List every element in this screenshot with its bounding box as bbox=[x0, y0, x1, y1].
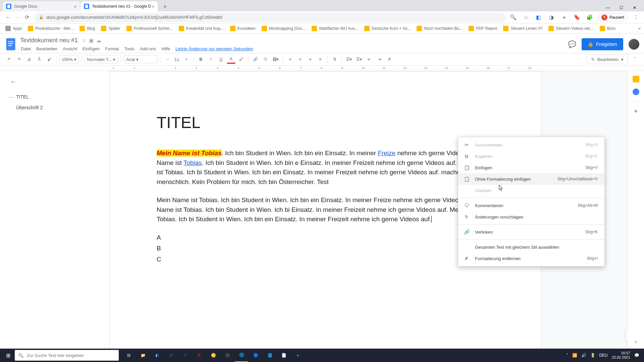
forward-button[interactable]: → bbox=[13, 13, 22, 22]
italic-button[interactable]: I bbox=[207, 55, 215, 64]
chrome-icon[interactable]: 🌐 bbox=[235, 349, 248, 362]
link[interactable]: Tobias bbox=[183, 159, 202, 166]
bookmark[interactable]: PDF Report bbox=[467, 25, 499, 32]
bookmark[interactable]: Noch hochladen Bu... bbox=[415, 25, 465, 32]
outline-item[interactable]: TITEL bbox=[10, 92, 99, 102]
back-button[interactable]: ← bbox=[3, 13, 13, 22]
cm-copy[interactable]: ⧉KopierenStrg+C bbox=[458, 150, 604, 162]
cm-delete[interactable]: Löschen bbox=[458, 185, 604, 196]
browser-tab-active[interactable]: Textdokument neu #1 - Google D × bbox=[80, 1, 158, 11]
browser-tab[interactable]: Google Docs × bbox=[3, 1, 80, 11]
cm-clear-format[interactable]: ✗Formatierung entfernenStrg+\ bbox=[458, 253, 604, 264]
new-tab-button[interactable]: + bbox=[160, 2, 170, 11]
list-line[interactable]: A bbox=[157, 233, 494, 243]
menu-tools[interactable]: Tools bbox=[122, 45, 136, 52]
tasks-icon[interactable] bbox=[633, 88, 639, 95]
share-button[interactable]: 🔒 Freigeben bbox=[582, 38, 623, 50]
zoom-select[interactable]: 150% ▾ bbox=[59, 55, 79, 63]
line-spacing[interactable]: ⇅ bbox=[330, 55, 339, 64]
numbered-list[interactable]: ☰▾ bbox=[345, 55, 354, 64]
align-justify[interactable]: ≡ bbox=[316, 55, 325, 64]
bullet-list[interactable]: ☰▾ bbox=[355, 55, 364, 64]
cm-suggest[interactable]: ✎Änderungen vorschlagen bbox=[458, 211, 604, 223]
menu-einfugen[interactable]: Einfügen bbox=[80, 45, 102, 52]
menu-button[interactable]: ⋮ bbox=[631, 13, 641, 22]
extension-icon[interactable]: ◑ bbox=[547, 13, 556, 22]
app-icon[interactable]: 📘 bbox=[263, 349, 276, 362]
bookmark[interactable]: Kursideen bbox=[228, 25, 258, 32]
start-button[interactable]: ⊞ bbox=[1, 349, 15, 362]
extensions-button[interactable]: 🧩 bbox=[585, 13, 594, 22]
list-line[interactable]: C bbox=[157, 255, 494, 264]
excel-icon[interactable]: X bbox=[178, 349, 192, 362]
network-icon[interactable]: 📶 bbox=[572, 353, 577, 358]
image-button[interactable]: 🖼▾ bbox=[271, 55, 280, 64]
close-icon[interactable]: × bbox=[152, 4, 154, 9]
explorer-icon[interactable]: 📁 bbox=[136, 349, 150, 362]
close-icon[interactable]: × bbox=[74, 4, 76, 9]
cm-cut[interactable]: ✂AusschneidenStrg+X bbox=[458, 139, 604, 150]
spellcheck-button[interactable]: Ă bbox=[35, 55, 44, 64]
zoom-icon[interactable]: 🔍 bbox=[508, 13, 518, 22]
profile-avatar[interactable] bbox=[629, 39, 639, 50]
font-decrease[interactable]: − bbox=[163, 55, 172, 64]
powerpoint-icon[interactable]: P bbox=[193, 349, 206, 362]
close-button[interactable]: ✕ bbox=[628, 4, 641, 11]
menu-hilfe[interactable]: Hilfe bbox=[159, 45, 172, 52]
font-size[interactable]: 11 bbox=[173, 57, 180, 62]
collapse-button[interactable]: ˆ bbox=[631, 55, 639, 64]
menu-addons[interactable]: Add-ons bbox=[138, 45, 158, 52]
maximize-button[interactable]: ☐ bbox=[614, 4, 628, 11]
indent-decrease[interactable]: ⇤ bbox=[365, 55, 374, 64]
underline-button[interactable]: U bbox=[217, 55, 225, 64]
task-view-icon[interactable]: ⊟ bbox=[122, 349, 136, 362]
font-increase[interactable]: + bbox=[182, 55, 191, 64]
minimize-button[interactable]: — bbox=[601, 4, 614, 11]
menu-ansicht[interactable]: Ansicht bbox=[61, 45, 79, 52]
tray-chevron[interactable]: ˄ bbox=[566, 353, 568, 358]
notifications-icon[interactable]: 💬 bbox=[634, 353, 639, 358]
link[interactable]: Freize bbox=[378, 149, 395, 157]
edit-mode-select[interactable]: ✎ Bearbeiten ▾ bbox=[587, 55, 628, 64]
docs-logo[interactable] bbox=[5, 37, 17, 52]
extension-icon[interactable]: 🔖 bbox=[572, 13, 582, 22]
extension-icon[interactable]: ◧ bbox=[534, 13, 543, 22]
app-icon[interactable]: 🟡 bbox=[207, 349, 220, 362]
paragraph[interactable]: Mein Name ist Tobias. Ich bin Student in… bbox=[157, 195, 494, 224]
volume-icon[interactable]: 🔊 bbox=[581, 353, 586, 358]
add-button[interactable]: + bbox=[634, 108, 638, 115]
menu-format[interactable]: Format bbox=[103, 45, 121, 52]
link-button[interactable]: 🔗 bbox=[251, 55, 260, 64]
bookmark[interactable]: Büro bbox=[598, 25, 618, 32]
spotify-icon[interactable]: ● bbox=[291, 349, 305, 362]
cloud-icon[interactable]: ☁ bbox=[96, 38, 101, 44]
bookmark[interactable]: Später bbox=[99, 25, 122, 32]
redo-button[interactable]: ↷ bbox=[15, 55, 23, 64]
language-indicator[interactable]: DEU bbox=[599, 353, 608, 358]
bookmark[interactable]: Mindmapping (Gru... bbox=[260, 25, 308, 32]
word-icon[interactable]: W bbox=[164, 349, 178, 362]
highlight-button[interactable]: 🖍 bbox=[237, 55, 246, 64]
extension-icon[interactable]: ● bbox=[559, 13, 569, 22]
taskbar-search[interactable]: 🔍 Zur Suche Text hier eingeben bbox=[15, 350, 119, 361]
clock[interactable]: 16:57 22.02.2021 bbox=[612, 351, 630, 360]
print-button[interactable]: 🖨 bbox=[25, 55, 34, 64]
bookmark[interactable]: Produktsuche - Mer... bbox=[26, 25, 75, 32]
page-heading[interactable]: TITEL bbox=[157, 113, 494, 132]
outline-item[interactable]: Überschrift 2 bbox=[10, 102, 99, 113]
app-icon[interactable]: 📄 bbox=[277, 349, 290, 362]
move-icon[interactable]: ▣ bbox=[89, 38, 94, 44]
bookmark[interactable]: Wahlfächer WU Aus... bbox=[310, 25, 360, 32]
paint-format-button[interactable]: 🖌 bbox=[45, 55, 54, 64]
bookmark[interactable]: Kreativität und Insp... bbox=[177, 25, 226, 32]
outline-back-button[interactable]: ← bbox=[10, 78, 99, 85]
text-color-button[interactable]: A bbox=[227, 55, 235, 64]
menu-bearbeiten[interactable]: Bearbeiten bbox=[34, 45, 59, 52]
profile-paused[interactable]: T Pausiert bbox=[598, 13, 628, 21]
star-icon[interactable]: ☆ bbox=[82, 38, 86, 44]
align-center[interactable]: ≡ bbox=[296, 55, 305, 64]
reload-button[interactable]: ⟳ bbox=[22, 13, 32, 22]
obs-icon[interactable]: ⚫ bbox=[221, 349, 234, 362]
undo-button[interactable]: ↶ bbox=[5, 55, 13, 64]
align-right[interactable]: ≡ bbox=[306, 55, 315, 64]
